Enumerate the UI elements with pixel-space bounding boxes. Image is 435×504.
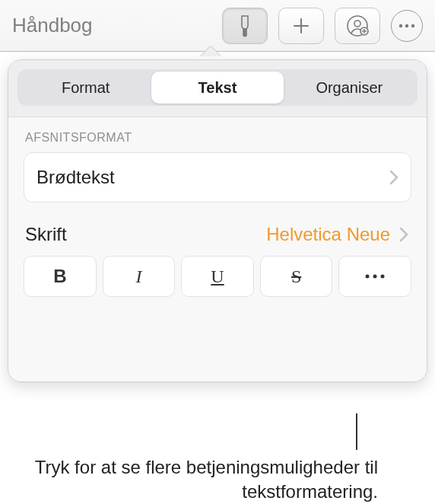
callout-text: Tryk for at se flere betjeningsmulighede… [30, 426, 405, 504]
svg-point-3 [354, 21, 360, 27]
paragraph-style-name: Brødtekst [37, 167, 389, 188]
svg-point-9 [411, 24, 414, 27]
ellipsis-icon [398, 24, 415, 28]
tab-bar: Format Tekst Organiser [8, 60, 427, 117]
tab-organize[interactable]: Organiser [284, 72, 415, 104]
strikethrough-button[interactable]: S [260, 256, 333, 297]
text-style-buttons: B I U S [24, 256, 411, 297]
more-text-options-button[interactable] [338, 256, 411, 297]
font-label: Skrift [25, 224, 266, 245]
annotation-callout: Tryk for at se flere betjeningsmulighede… [0, 426, 435, 504]
svg-point-11 [373, 275, 377, 279]
document-title[interactable]: Håndbog [12, 14, 211, 37]
ellipsis-icon [364, 273, 386, 279]
tab-format[interactable]: Format [20, 72, 151, 104]
top-toolbar: Håndbog [0, 0, 435, 52]
paragraph-style-row[interactable]: Brødtekst [24, 152, 411, 203]
format-brush-button[interactable] [222, 8, 268, 44]
tab-text[interactable]: Tekst [151, 72, 283, 104]
font-name: Helvetica Neue [266, 224, 390, 245]
svg-point-10 [366, 275, 370, 279]
segmented-control: Format Tekst Organiser [17, 69, 418, 106]
brush-icon [235, 14, 255, 37]
format-popover: Format Tekst Organiser AFSNITSFORMAT Brø… [8, 59, 427, 382]
popover-arrow [199, 46, 221, 56]
person-add-icon [346, 14, 369, 37]
chevron-right-icon [399, 227, 408, 242]
more-button[interactable] [391, 10, 423, 42]
svg-point-8 [405, 24, 408, 27]
format-popover-container: Format Tekst Organiser AFSNITSFORMAT Brø… [0, 52, 435, 382]
svg-point-7 [399, 24, 402, 27]
underline-button[interactable]: U [181, 256, 254, 297]
paragraph-section-label: AFSNITSFORMAT [24, 131, 411, 145]
text-panel: AFSNITSFORMAT Brødtekst Skrift Helvetica… [8, 117, 427, 382]
plus-icon [292, 17, 310, 35]
collaborate-button[interactable] [335, 8, 380, 44]
bold-button[interactable]: B [24, 256, 97, 297]
font-row[interactable]: Skrift Helvetica Neue [24, 224, 411, 256]
callout-leader-line [356, 413, 357, 450]
svg-point-12 [381, 275, 385, 279]
add-button[interactable] [278, 8, 324, 44]
chevron-right-icon [389, 170, 398, 185]
italic-button[interactable]: I [103, 256, 176, 297]
